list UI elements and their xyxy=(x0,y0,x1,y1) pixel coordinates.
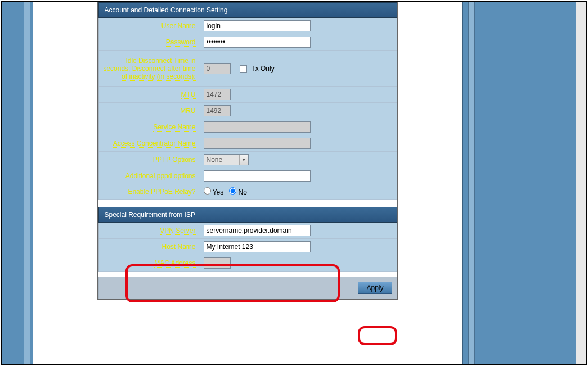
no-label: No xyxy=(239,188,247,196)
yes-label: Yes xyxy=(213,188,224,196)
vpn-server-input[interactable] xyxy=(204,225,311,236)
pppd-options-label: Additional pppd options xyxy=(125,172,196,180)
account-section-header: Account and Detailed Connection Setting xyxy=(98,2,397,18)
vpn-server-label: VPN Server xyxy=(160,227,195,235)
user-name-input[interactable] xyxy=(204,20,311,31)
pptp-options-value: None xyxy=(207,156,223,164)
left-sidebar-rail xyxy=(2,2,33,364)
isp-section-body: VPN Server Host Name MAC Address xyxy=(98,223,397,272)
mtu-input[interactable] xyxy=(204,89,231,100)
service-name-label: Service Name xyxy=(153,123,195,132)
pppoe-relay-label: Enable PPPoE Relay? xyxy=(128,188,195,196)
pppoe-relay-yes-radio[interactable] xyxy=(204,187,211,195)
account-section-title: Account and Detailed Connection Setting xyxy=(105,6,228,14)
left-rail-inner xyxy=(24,2,30,364)
mac-address-label: MAC Address xyxy=(154,259,195,268)
ac-name-input[interactable] xyxy=(204,138,311,149)
mtu-label: MTU xyxy=(181,91,196,99)
password-input[interactable] xyxy=(204,37,311,48)
apply-button[interactable]: Apply xyxy=(358,282,392,294)
pppoe-relay-no-radio[interactable] xyxy=(229,187,236,195)
ac-name-label: Access Concentrator Name xyxy=(113,139,196,148)
mru-input[interactable] xyxy=(204,105,231,116)
account-section-body: User Name Password Idle Disconnect Time … xyxy=(98,18,397,200)
pptp-options-select[interactable]: None ▾ xyxy=(204,154,249,165)
password-label: Password xyxy=(166,38,196,47)
isp-section-title: Special Requirement from ISP xyxy=(105,211,195,219)
host-name-label: Host Name xyxy=(161,243,195,251)
highlight-apply xyxy=(358,326,397,345)
scrollbar[interactable] xyxy=(576,2,586,364)
settings-panel: Account and Detailed Connection Setting … xyxy=(97,2,398,300)
idle-disconnect-input[interactable] xyxy=(204,63,231,74)
right-sidebar-rail xyxy=(462,2,586,364)
idle-disconnect-label: Idle Disconnect Time in seconds: Disconn… xyxy=(103,57,195,81)
pptp-options-label: PPTP Options xyxy=(153,156,196,164)
host-name-input[interactable] xyxy=(204,241,311,252)
tx-only-checkbox[interactable] xyxy=(240,65,247,73)
chevron-down-icon: ▾ xyxy=(239,155,248,165)
right-rail-inner xyxy=(468,2,475,364)
isp-section-header: Special Requirement from ISP xyxy=(98,207,397,223)
mac-address-input[interactable] xyxy=(204,257,231,269)
tx-only-label: Tx Only xyxy=(251,65,274,73)
button-row: Apply xyxy=(98,277,397,299)
mru-label: MRU xyxy=(180,107,195,115)
pppd-options-input[interactable] xyxy=(204,170,311,182)
service-name-input[interactable] xyxy=(204,121,311,133)
user-name-label: User Name xyxy=(161,22,196,30)
